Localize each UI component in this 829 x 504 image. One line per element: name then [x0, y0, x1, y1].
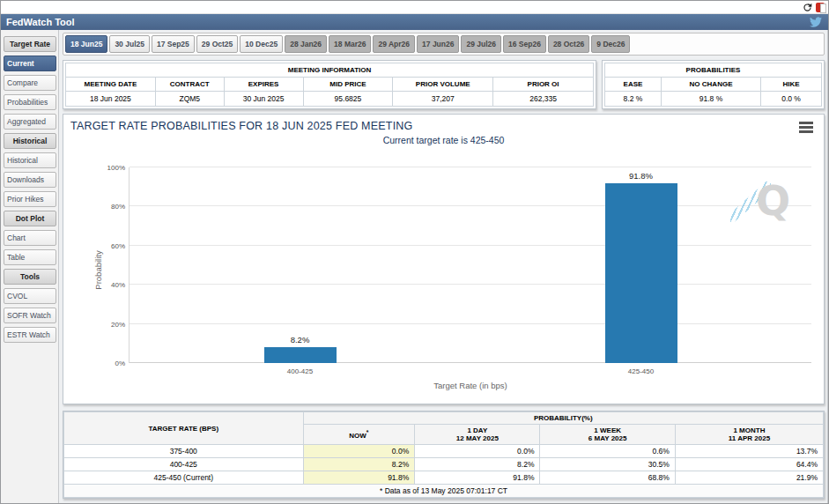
now-cell: 8.2% — [303, 458, 415, 471]
week-cell: 30.5% — [540, 458, 675, 471]
col-prior-volume: PRIOR VOLUME — [393, 78, 493, 92]
meeting-date-value: 18 Jun 2025 — [66, 92, 156, 107]
no-change-value: 91.8 % — [661, 92, 760, 107]
now-cell: 0.0% — [303, 445, 415, 458]
chart-menu-icon[interactable] — [799, 122, 813, 135]
probabilities-title: PROBABILITIES — [605, 63, 822, 78]
sidebar-item-sofr-watch[interactable]: SOFR Watch — [4, 308, 56, 323]
sidebar-item-cvol[interactable]: CVOL — [4, 288, 56, 304]
week-cell: 68.8% — [540, 471, 675, 485]
hike-value: 0.0 % — [761, 92, 822, 107]
plot-area: 0% 20% 40% 60% 80% 100% Probability 8.2%… — [129, 167, 811, 363]
probability-history-table: TARGET RATE (BPS) PROBABILITY(%) NOW* 1 … — [63, 411, 825, 499]
col-hike: HIKE — [761, 78, 822, 92]
col-1-day: 1 DAY12 MAY 2025 — [415, 425, 540, 445]
tab-18-mar26[interactable]: 18 Mar26 — [329, 35, 371, 53]
sidebar-item-table[interactable]: Table — [4, 249, 56, 265]
col-meeting-date: MEETING DATE — [66, 78, 156, 92]
tab-16-sep26[interactable]: 16 Sep26 — [503, 35, 546, 53]
day-cell: 0.0% — [415, 445, 540, 458]
app-title: FedWatch Tool — [6, 17, 75, 27]
ease-value: 8.2 % — [605, 92, 662, 107]
refresh-icon[interactable] — [803, 3, 812, 12]
tab-17-jun26[interactable]: 17 Jun26 — [417, 35, 459, 53]
contract-value: ZQM5 — [155, 92, 224, 107]
meeting-tabs: 18 Jun25 30 Jul25 17 Sep25 29 Oct25 10 D… — [63, 33, 825, 56]
fedwatch-window: FedWatch Tool Target Rate Current Compar… — [0, 0, 829, 504]
tab-28-jan26[interactable]: 28 Jan26 — [285, 35, 327, 53]
app-titlebar: FedWatch Tool — [1, 14, 828, 30]
rate-cell: 425-450 (Current) — [64, 471, 304, 485]
sidebar-header-tools: Tools — [4, 269, 56, 285]
col-contract: CONTRACT — [155, 78, 224, 92]
quikstrike-watermark: Q — [737, 178, 790, 227]
table-row: 375-400 0.0% 0.0% 0.6% 13.7% — [64, 445, 824, 458]
month-cell: 13.7% — [675, 445, 823, 458]
xtick-425-450: 425-450 — [628, 367, 654, 375]
bar — [264, 347, 337, 363]
sidebar-item-prior-hikes[interactable]: Prior Hikes — [4, 191, 56, 207]
sidebar-item-probabilities[interactable]: Probabilities — [4, 94, 56, 110]
x-axis-label: Target Rate (in bps) — [130, 381, 811, 390]
now-star: * — [366, 429, 369, 435]
document-icon[interactable] — [816, 3, 825, 12]
col-no-change: NO CHANGE — [661, 78, 760, 92]
y-axis-label: Probability — [93, 250, 103, 289]
bar-slot-400-425: 8.2% — [264, 167, 337, 363]
chart-subtitle: Current target rate is 425-450 — [70, 135, 817, 145]
ytick-0: 0% — [115, 359, 125, 367]
meeting-information-panel: MEETING INFORMATION MEETING DATE CONTRAC… — [63, 60, 596, 109]
sidebar-item-estr-watch[interactable]: ESTR Watch — [4, 327, 56, 343]
probabilities-panel: PROBABILITIES EASE NO CHANGE HIKE 8.2 % … — [602, 60, 825, 109]
sidebar-item-chart[interactable]: Chart — [4, 230, 56, 246]
tab-28-oct26[interactable]: 28 Oct26 — [548, 35, 589, 53]
sidebar-item-current[interactable]: Current — [4, 56, 56, 71]
bar-slot-425-450: 91.8% — [605, 167, 677, 363]
tab-10-dec25[interactable]: 10 Dec25 — [240, 35, 283, 53]
mid-price-value: 95.6825 — [303, 92, 393, 107]
table-row: 425-450 (Current) 91.8% 91.8% 68.8% 21.9… — [64, 471, 824, 485]
bar-value-label: 91.8% — [629, 171, 653, 181]
col-now: NOW* — [303, 425, 415, 445]
col-1-week: 1 WEEK6 MAY 2025 — [540, 425, 675, 445]
sidebar: Target Rate Current Compare Probabilitie… — [1, 30, 59, 503]
projected-dates-note: 1/1/2026 and forward are projected meeti… — [63, 499, 825, 504]
expires-value: 30 Jun 2025 — [224, 92, 303, 107]
sidebar-header-historical: Historical — [4, 133, 56, 149]
col-expires: EXPIRES — [224, 78, 303, 92]
week-cell: 0.6% — [540, 445, 675, 458]
tab-29-jul26[interactable]: 29 Jul26 — [461, 35, 501, 53]
sidebar-item-downloads[interactable]: Downloads — [4, 172, 56, 188]
day-cell: 8.2% — [415, 458, 540, 471]
meeting-info-title: MEETING INFORMATION — [66, 63, 594, 78]
data-as-of-note: * Data as of 13 May 2025 07:01:17 CT — [64, 485, 824, 498]
browser-strip — [1, 1, 828, 14]
sidebar-header-dot-plot: Dot Plot — [4, 211, 56, 226]
tab-30-jul25[interactable]: 30 Jul25 — [109, 35, 150, 53]
twitter-icon[interactable] — [810, 16, 822, 28]
tab-29-oct25[interactable]: 29 Oct25 — [196, 35, 238, 53]
prior-oi-value: 262,335 — [493, 92, 594, 107]
col-1-month: 1 MONTH11 APR 2025 — [675, 425, 823, 445]
xtick-400-425: 400-425 — [287, 367, 313, 375]
ytick-40: 40% — [111, 281, 125, 289]
day-cell: 91.8% — [415, 471, 540, 485]
tab-29-apr26[interactable]: 29 Apr26 — [373, 35, 415, 53]
sidebar-item-aggregated[interactable]: Aggregated — [4, 114, 56, 130]
col-probability-group: PROBABILITY(%) — [303, 412, 823, 425]
tab-18-jun25[interactable]: 18 Jun25 — [65, 35, 107, 53]
col-prior-oi: PRIOR OI — [493, 78, 594, 92]
prior-volume-value: 37,207 — [393, 92, 493, 107]
probability-chart: TARGET RATE PROBABILITIES FOR 18 JUN 202… — [63, 114, 825, 404]
rate-cell: 375-400 — [64, 445, 304, 458]
sidebar-item-compare[interactable]: Compare — [4, 75, 56, 91]
tab-17-sep25[interactable]: 17 Sep25 — [152, 35, 195, 53]
col-mid-price: MID PRICE — [303, 78, 393, 92]
col-ease: EASE — [605, 78, 662, 92]
col-target-rate-bps: TARGET RATE (BPS) — [64, 412, 304, 445]
month-cell: 21.9% — [675, 471, 823, 485]
tab-9-dec26[interactable]: 9 Dec26 — [591, 35, 630, 53]
sidebar-item-historical[interactable]: Historical — [4, 152, 56, 168]
table-row: 400-425 8.2% 8.2% 30.5% 64.4% — [64, 458, 824, 471]
ytick-100: 100% — [107, 164, 125, 172]
